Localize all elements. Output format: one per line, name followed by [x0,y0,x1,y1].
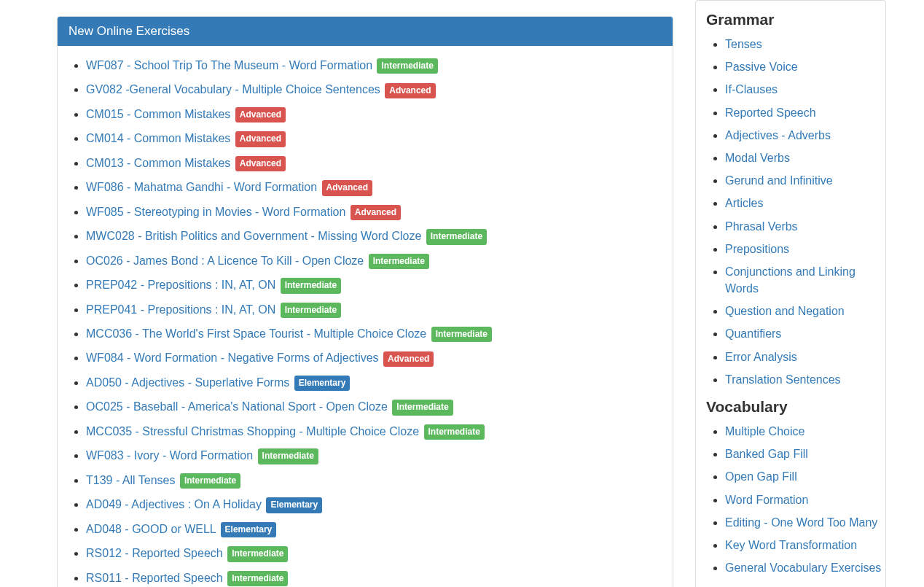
level-badge: Advanced [383,351,434,367]
exercise-item: AD048 - GOOD or WELL Elementary [86,521,662,537]
exercise-link[interactable]: MCC036 - The World's First Space Tourist… [86,327,426,340]
exercise-item: WF084 - Word Formation - Negative Forms … [86,349,662,366]
exercise-link[interactable]: PREP042 - Prepositions : IN, AT, ON [86,279,275,291]
sidebar-item: Editing - One Word Too Many [725,514,885,531]
sidebar-item: Conjunctions and Linking Words [725,263,885,297]
level-badge: Intermediate [227,571,288,586]
sidebar-item: Quantifiers [725,325,885,342]
exercise-link[interactable]: AD048 - GOOD or WELL [86,523,216,535]
level-badge: Advanced [235,156,286,171]
exercise-link[interactable]: AD049 - Adjectives : On A Holiday [86,498,262,510]
level-badge: Intermediate [180,473,240,489]
exercise-list: WF087 - School Trip To The Museum - Word… [68,57,662,587]
sidebar-link[interactable]: Conjunctions and Linking Words [725,265,856,295]
level-badge: Intermediate [281,278,341,293]
exercise-link[interactable]: PREP041 - Prepositions : IN, AT, ON [86,303,275,316]
sidebar-link[interactable]: Open Gap Fill [725,470,797,483]
sidebar-item: Gerund and Infinitive [725,172,885,189]
exercise-link[interactable]: CM013 - Common Mistakes [86,157,230,169]
sidebar-link[interactable]: Word Formation [725,494,808,506]
panel-title: New Online Exercises [58,17,673,46]
exercise-item: CM015 - Common Mistakes Advanced [86,106,662,123]
sidebar-item: Open Gap Fill [725,468,885,485]
sidebar-link[interactable]: If-Clauses [725,83,778,96]
exercise-link[interactable]: MCC035 - Stressful Christmas Shopping - … [86,425,419,438]
sidebar-heading: Vocabulary [706,398,885,416]
sidebar-link[interactable]: Passive Voice [725,61,798,73]
exercise-link[interactable]: RS011 - Reported Speech [86,572,223,584]
sidebar-item: Error Analysis [725,349,885,365]
level-badge: Advanced [322,180,372,195]
sidebar-item: Articles [725,195,885,211]
exercise-link[interactable]: T139 - All Tenses [86,474,175,486]
exercise-item: PREP042 - Prepositions : IN, AT, ON Inte… [86,276,662,293]
exercise-link[interactable]: WF085 - Stereotyping in Movies - Word Fo… [86,206,345,218]
exercise-item: GV082 -General Vocabulary - Multiple Cho… [86,81,662,98]
exercise-link[interactable]: MWC028 - British Politics and Government… [86,230,421,242]
sidebar-link[interactable]: Quantifiers [725,327,781,340]
sidebar-link[interactable]: Prepositions [725,243,789,255]
level-badge: Intermediate [258,448,318,464]
sidebar-box: GrammarTensesPassive VoiceIf-ClausesRepo… [695,0,886,587]
panel-body: WF087 - School Trip To The Museum - Word… [58,46,673,587]
exercise-item: CM014 - Common Mistakes Advanced [86,130,662,147]
level-badge: Elementary [221,522,277,537]
level-badge: Advanced [351,205,401,220]
level-badge: Elementary [294,376,351,391]
exercise-item: PREP041 - Prepositions : IN, AT, ON Inte… [86,301,662,318]
level-badge: Intermediate [392,400,453,415]
level-badge: Intermediate [281,303,341,318]
exercise-link[interactable]: OC025 - Baseball - America's National Sp… [86,400,388,413]
sidebar-item: Translation Sentences [725,371,885,388]
level-badge: Intermediate [369,254,429,269]
sidebar-link[interactable]: Modal Verbs [725,152,790,164]
level-badge: Intermediate [426,229,487,244]
sidebar-item: Passive Voice [725,58,885,75]
exercise-link[interactable]: OC026 - James Bond : A Licence To Kill -… [86,254,364,267]
exercise-item: WF085 - Stereotyping in Movies - Word Fo… [86,203,662,220]
exercise-link[interactable]: WF084 - Word Formation - Negative Forms … [86,351,379,364]
sidebar-item: Adjectives - Adverbs [725,127,885,144]
exercise-link[interactable]: AD050 - Adjectives - Superlative Forms [86,376,289,389]
sidebar-link[interactable]: Reported Speech [725,106,816,119]
exercise-link[interactable]: GV082 -General Vocabulary - Multiple Cho… [86,83,380,96]
level-badge: Intermediate [424,424,485,440]
level-badge: Advanced [235,107,286,123]
sidebar-link[interactable]: Translation Sentences [725,373,841,386]
exercise-link[interactable]: WF087 - School Trip To The Museum - Word… [86,59,372,71]
exercise-link[interactable]: WF086 - Mahatma Gandhi - Word Formation [86,181,317,193]
level-badge: Elementary [266,497,322,513]
sidebar-item: Multiple Choice [725,423,885,440]
sidebar-item: Word Formation [725,491,885,508]
sidebar-column: GrammarTensesPassive VoiceIf-ClausesRepo… [695,0,886,587]
sidebar-item: Modal Verbs [725,149,885,166]
sidebar-link[interactable]: Gerund and Infinitive [725,174,833,187]
sidebar-link[interactable]: Question and Negation [725,305,845,317]
exercise-item: RS012 - Reported Speech Intermediate [86,545,662,561]
sidebar-link[interactable]: Editing - One Word Too Many [725,516,877,529]
level-badge: Intermediate [227,546,288,561]
sidebar-inner: GrammarTensesPassive VoiceIf-ClausesRepo… [696,11,885,576]
exercise-link[interactable]: CM014 - Common Mistakes [86,132,230,144]
sidebar-item: Reported Speech [725,104,885,121]
new-exercises-panel: New Online Exercises WF087 - School Trip… [57,16,673,587]
level-badge: Intermediate [431,327,492,342]
sidebar-link[interactable]: Banked Gap Fill [725,448,808,460]
exercise-item: WF087 - School Trip To The Museum - Word… [86,57,662,74]
level-badge: Advanced [385,83,435,98]
sidebar-link[interactable]: Adjectives - Adverbs [725,129,831,141]
exercise-link[interactable]: CM015 - Common Mistakes [86,108,230,120]
sidebar-link[interactable]: Articles [725,197,763,209]
exercise-item: T139 - All Tenses Intermediate [86,472,662,489]
exercise-link[interactable]: RS012 - Reported Speech [86,547,223,559]
sidebar-link[interactable]: Tenses [725,38,762,50]
sidebar-link[interactable]: Key Word Transformation [725,539,857,551]
exercise-link[interactable]: WF083 - Ivory - Word Formation [86,449,253,462]
sidebar-link[interactable]: Multiple Choice [725,425,804,438]
sidebar-link[interactable]: Phrasal Verbs [725,220,798,233]
sidebar-item: If-Clauses [725,81,885,98]
exercise-item: OC026 - James Bond : A Licence To Kill -… [86,252,662,269]
sidebar-link[interactable]: General Vocabulary Exercises [725,561,881,574]
sidebar-link[interactable]: Error Analysis [725,351,797,363]
sidebar-list: TensesPassive VoiceIf-ClausesReported Sp… [696,36,885,388]
